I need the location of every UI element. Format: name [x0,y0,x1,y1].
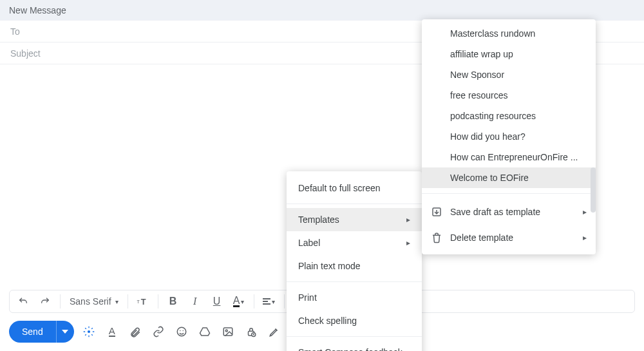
compose-title: New Message [9,5,66,15]
text-color-button[interactable]: A ▾ [229,292,249,311]
menu-label[interactable]: Label▸ [287,231,422,254]
caret-down-icon: ▾ [115,298,118,305]
menu-check-spelling[interactable]: Check spelling [287,309,422,332]
menu-smart-compose[interactable]: Smart Compose feedback [287,341,422,351]
caret-down-icon: ▾ [241,298,244,305]
svg-point-25 [88,330,90,333]
insert-link-icon[interactable] [150,323,167,340]
toolbar-separator [254,294,254,308]
font-family-label: Sans Serif [70,296,111,307]
toolbar-separator [128,294,128,308]
attach-file-icon[interactable] [127,323,144,340]
svg-rect-30 [223,328,232,336]
more-options-menu: Default to full screen Templates▸ Label▸… [287,171,422,351]
font-size-button[interactable]: TT [133,292,153,311]
svg-marker-24 [62,330,68,334]
font-family-select[interactable]: Sans Serif ▾ [66,296,122,307]
save-icon [431,206,442,218]
svg-point-28 [182,330,184,332]
template-item[interactable]: free resources [422,85,596,106]
template-item[interactable]: New Sponsor [422,64,596,85]
menu-print[interactable]: Print [287,286,422,309]
svg-point-26 [177,327,186,336]
send-group: Send [9,321,74,343]
menu-divider [287,281,422,282]
svg-text:T: T [140,297,146,307]
trash-icon [431,232,442,243]
bold-button[interactable]: B [164,292,183,311]
undo-button[interactable] [14,292,33,311]
drive-icon[interactable] [196,323,213,340]
menu-plain-text[interactable]: Plain text mode [287,254,422,278]
menu-divider [287,336,422,337]
save-draft-as-template[interactable]: Save draft as template ▸ [422,199,596,225]
chevron-right-icon: ▸ [406,238,410,247]
template-item[interactable]: affiliate wrap up [422,44,596,64]
chevron-right-icon: ▸ [406,215,410,224]
send-button[interactable]: Send [9,321,56,343]
send-more-button[interactable] [56,321,74,343]
delete-template[interactable]: Delete template ▸ [422,225,596,251]
align-button[interactable]: ▾ [260,292,279,311]
svg-point-27 [180,330,181,332]
menu-templates[interactable]: Templates▸ [287,208,422,231]
menu-divider [422,193,596,194]
text-format-toggle[interactable]: A [104,323,120,340]
templates-list: Masterclass rundownaffiliate wrap upNew … [422,23,596,188]
insert-photo-icon[interactable] [220,323,236,340]
ai-burst-icon[interactable] [80,323,97,340]
template-item[interactable]: Welcome to EOFire [422,167,596,188]
chevron-right-icon: ▸ [583,207,587,216]
template-item[interactable]: Masterclass rundown [422,23,596,44]
menu-default-full-screen[interactable]: Default to full screen [287,176,422,200]
caret-down-icon: ▾ [272,298,275,305]
template-item[interactable]: How did you hear? [422,126,596,147]
template-item[interactable]: How can EntrepreneurOnFire ... [422,147,596,167]
insert-emoji-icon[interactable] [173,323,190,340]
underline-button[interactable]: U [207,292,227,311]
submenu-scrollbar[interactable] [591,167,596,213]
svg-text:T: T [137,299,140,305]
toolbar-separator [284,294,285,308]
italic-button[interactable]: I [185,292,205,311]
toolbar-separator [158,294,158,308]
toolbar-separator [60,294,61,308]
chevron-right-icon: ▸ [583,233,587,242]
confidential-mode-icon[interactable] [243,323,260,340]
templates-submenu: Masterclass rundownaffiliate wrap upNew … [422,19,596,254]
template-item[interactable]: podcasting resources [422,106,596,126]
compose-header: New Message [0,0,644,21]
redo-button[interactable] [35,292,55,311]
svg-point-31 [225,330,227,332]
insert-signature-icon[interactable] [266,323,283,340]
menu-divider [287,204,422,204]
svg-marker-29 [200,328,209,336]
